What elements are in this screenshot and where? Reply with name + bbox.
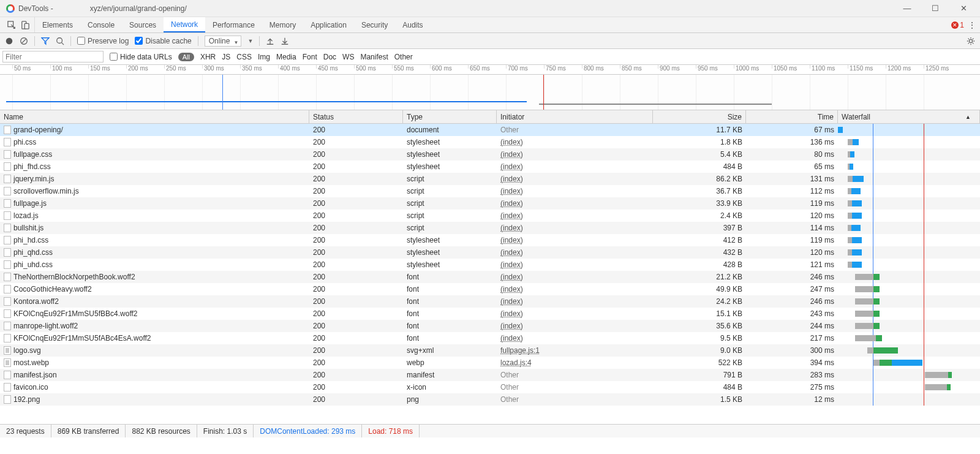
request-row[interactable]: KFOlCnqEu92Fr1MmSU5fABc4EsA.woff2200font…: [0, 332, 980, 344]
tab-application[interactable]: Application: [303, 17, 354, 32]
tab-sources[interactable]: Sources: [122, 17, 164, 32]
inspect-element-icon[interactable]: [7, 21, 16, 29]
filter-type-media[interactable]: Media: [276, 53, 296, 61]
tab-audits[interactable]: Audits: [395, 17, 430, 32]
tab-elements[interactable]: Elements: [35, 17, 80, 32]
column-header-type[interactable]: Type: [403, 110, 497, 123]
request-initiator[interactable]: (index): [497, 210, 653, 222]
tab-network[interactable]: Network: [164, 17, 205, 32]
offline-toggle-caret[interactable]: ▼: [247, 38, 253, 44]
column-header-size[interactable]: Size: [653, 110, 746, 123]
request-initiator[interactable]: (index): [497, 197, 653, 210]
timeline-overview[interactable]: [0, 75, 980, 110]
request-time: 12 ms: [746, 393, 838, 406]
request-initiator[interactable]: lozad.js:4: [497, 357, 653, 369]
request-row[interactable]: manifest.json200manifestOther791 B283 ms: [0, 369, 980, 381]
request-initiator[interactable]: (index): [497, 148, 653, 161]
error-badge[interactable]: ✕1: [951, 21, 964, 29]
request-row[interactable]: phi_uhd.css200stylesheet(index)428 B121 …: [0, 259, 980, 271]
file-icon: [4, 224, 11, 232]
request-initiator[interactable]: (index): [497, 173, 653, 185]
request-time: 119 ms: [746, 197, 838, 210]
filter-type-js[interactable]: JS: [222, 53, 230, 61]
request-type: stylesheet: [403, 136, 497, 148]
filter-type-doc[interactable]: Doc: [323, 53, 336, 61]
request-row[interactable]: 192.png200pngOther1.5 KB12 ms: [0, 393, 980, 406]
filter-type-other[interactable]: Other: [394, 53, 413, 61]
request-initiator[interactable]: (index): [497, 161, 653, 173]
import-har-icon[interactable]: [266, 37, 274, 45]
request-waterfall: [838, 161, 980, 173]
request-row[interactable]: fullpage.css200stylesheet(index)5.4 KB80…: [0, 148, 980, 161]
column-header-status[interactable]: Status: [309, 110, 403, 123]
request-row[interactable]: grand-opening/200documentOther11.7 KB67 …: [0, 124, 980, 136]
filter-type-manifest[interactable]: Manifest: [360, 53, 388, 61]
request-waterfall: [838, 234, 980, 246]
request-row[interactable]: logo.svg200svg+xmlfullpage.js:19.0 KB300…: [0, 344, 980, 357]
request-initiator[interactable]: (index): [497, 222, 653, 234]
request-waterfall: [838, 308, 980, 320]
request-row[interactable]: most.webp200webplozad.js:4522 KB394 ms: [0, 357, 980, 369]
hide-data-urls-checkbox[interactable]: Hide data URLs: [110, 53, 172, 61]
disable-cache-checkbox[interactable]: Disable cache: [135, 37, 191, 45]
column-header-name[interactable]: Name: [0, 110, 309, 123]
filter-type-ws[interactable]: WS: [342, 53, 354, 61]
window-close-button[interactable]: ✕: [949, 0, 978, 17]
request-initiator[interactable]: (index): [497, 259, 653, 271]
filter-type-font[interactable]: Font: [303, 53, 317, 61]
request-row[interactable]: TheNorthernBlockNorpethBook.woff2200font…: [0, 271, 980, 283]
request-row[interactable]: manrope-light.woff2200font(index)35.6 KB…: [0, 320, 980, 332]
request-row[interactable]: CocoGothicHeavy.woff2200font(index)49.9 …: [0, 283, 980, 295]
request-time: 246 ms: [746, 295, 838, 308]
column-header-time[interactable]: Time: [746, 110, 838, 123]
preserve-log-checkbox[interactable]: Preserve log: [77, 37, 129, 45]
request-initiator[interactable]: (index): [497, 332, 653, 344]
request-row[interactable]: bullshit.js200script(index)397 B114 ms: [0, 222, 980, 234]
request-initiator[interactable]: fullpage.js:1: [497, 344, 653, 357]
request-initiator[interactable]: (index): [497, 246, 653, 259]
tab-console[interactable]: Console: [80, 17, 122, 32]
window-maximize-button[interactable]: ☐: [921, 0, 949, 17]
tab-memory[interactable]: Memory: [262, 17, 303, 32]
request-row[interactable]: lozad.js200script(index)2.4 KB120 ms: [0, 210, 980, 222]
filter-type-img[interactable]: Img: [258, 53, 270, 61]
request-initiator[interactable]: (index): [497, 283, 653, 295]
window-minimize-button[interactable]: —: [893, 0, 921, 17]
tab-security[interactable]: Security: [354, 17, 395, 32]
request-row[interactable]: phi.css200stylesheet(index)1.8 KB136 ms: [0, 136, 980, 148]
device-toggle-icon[interactable]: [21, 21, 29, 29]
column-header-initiator[interactable]: Initiator: [497, 110, 653, 123]
tab-performance[interactable]: Performance: [205, 17, 262, 32]
request-row[interactable]: scrolloverflow.min.js200script(index)36.…: [0, 185, 980, 197]
request-row[interactable]: favicon.ico200x-iconOther484 B275 ms: [0, 381, 980, 393]
request-initiator[interactable]: (index): [497, 234, 653, 246]
timeline-tick: 650 ms: [468, 65, 490, 69]
request-initiator[interactable]: (index): [497, 320, 653, 332]
clear-icon[interactable]: [20, 37, 28, 45]
export-har-icon[interactable]: [281, 37, 289, 45]
request-row[interactable]: KFOlCnqEu92Fr1MmSU5fBBc4.woff2200font(in…: [0, 308, 980, 320]
request-initiator[interactable]: (index): [497, 271, 653, 283]
search-icon[interactable]: [56, 37, 64, 45]
filter-icon[interactable]: [41, 37, 50, 45]
request-initiator[interactable]: (index): [497, 295, 653, 308]
settings-icon[interactable]: [967, 37, 975, 45]
throttling-select[interactable]: Online▼: [205, 36, 242, 47]
more-icon[interactable]: ⋮: [968, 20, 976, 30]
request-row[interactable]: phi_hd.css200stylesheet(index)412 B119 m…: [0, 234, 980, 246]
request-initiator[interactable]: (index): [497, 185, 653, 197]
filter-type-all[interactable]: All: [178, 53, 194, 61]
timeline-ruler[interactable]: 50 ms100 ms150 ms200 ms250 ms300 ms350 m…: [0, 65, 980, 75]
request-row[interactable]: phi_fhd.css200stylesheet(index)484 B65 m…: [0, 161, 980, 173]
request-row[interactable]: phi_qhd.css200stylesheet(index)432 B120 …: [0, 246, 980, 259]
filter-type-xhr[interactable]: XHR: [200, 53, 216, 61]
filter-input[interactable]: [2, 51, 104, 62]
request-initiator[interactable]: (index): [497, 308, 653, 320]
request-initiator[interactable]: (index): [497, 136, 653, 148]
filter-type-css[interactable]: CSS: [236, 53, 252, 61]
column-header-waterfall[interactable]: Waterfall▲: [838, 110, 980, 123]
request-row[interactable]: Kontora.woff2200font(index)24.2 KB246 ms: [0, 295, 980, 308]
request-row[interactable]: fullpage.js200script(index)33.9 KB119 ms: [0, 197, 980, 210]
request-row[interactable]: jquery.min.js200script(index)86.2 KB131 …: [0, 173, 980, 185]
record-icon[interactable]: [5, 37, 13, 45]
